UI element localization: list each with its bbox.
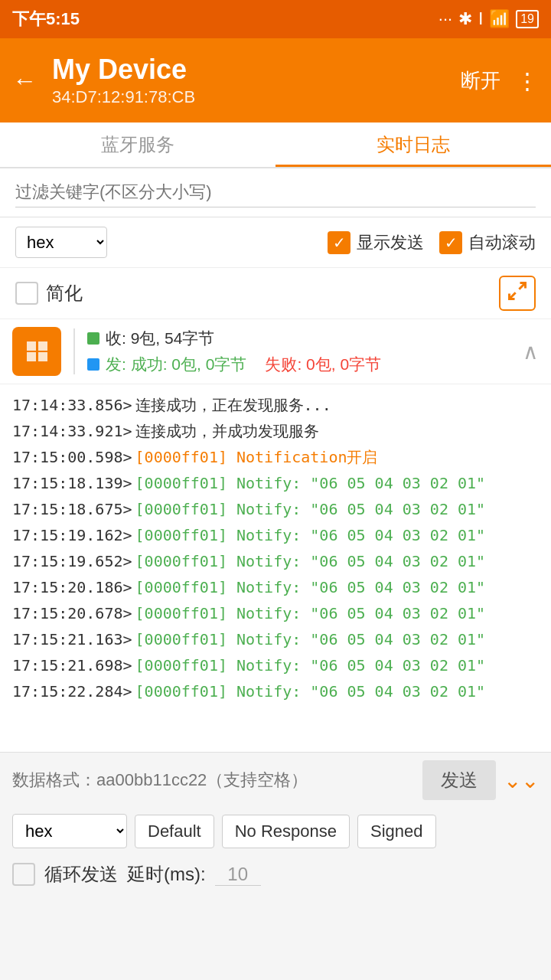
controls-row: hex utf-8 dec ✓ 显示发送 ✓ 自动滚动 xyxy=(0,217,551,268)
log-time: 17:15:18.675> xyxy=(12,496,132,522)
back-button[interactable]: ← xyxy=(12,67,37,95)
log-line: 17:15:20.678> [0000ff01] Notify: "06 05 … xyxy=(12,600,539,626)
log-text: [0000ff01] Notify: "06 05 04 03 02 01" xyxy=(135,548,486,574)
tab-bar: 蓝牙服务 实时日志 xyxy=(0,122,551,168)
stats-text: 收: 9包, 54字节 发: 成功: 0包, 0字节 失败: 0包, 0字节 xyxy=(87,328,514,375)
log-time: 17:15:21.698> xyxy=(12,652,132,678)
log-text: [0000ff01] Notify: "06 05 04 03 02 01" xyxy=(135,522,486,548)
log-text: [0000ff01] Notify: "06 05 04 03 02 01" xyxy=(135,496,486,522)
stats-divider xyxy=(73,328,75,374)
log-time: 17:14:33.856> xyxy=(12,392,132,418)
log-text: [0000ff01] Notify: "06 05 04 03 02 01" xyxy=(135,470,486,496)
auto-scroll-checkbox[interactable]: ✓ xyxy=(439,231,462,254)
filter-section xyxy=(0,168,551,217)
signal-dots-icon: ··· xyxy=(439,9,452,29)
log-text: [0000ff01] Notify: "06 05 04 03 02 01" xyxy=(135,574,486,600)
log-line: 17:15:19.162> [0000ff01] Notify: "06 05 … xyxy=(12,522,539,548)
wifi-icon: 📶 xyxy=(489,9,510,29)
battery-icon: 19 xyxy=(516,10,539,28)
show-send-checkbox[interactable]: ✓ xyxy=(328,231,350,254)
tab-realtime-log[interactable]: 实时日志 xyxy=(276,122,551,167)
device-name: My Device xyxy=(52,54,461,86)
no-response-button[interactable]: No Response xyxy=(222,815,350,848)
simplify-label: 简化 xyxy=(46,281,83,305)
log-line: 17:15:18.675> [0000ff01] Notify: "06 05 … xyxy=(12,496,539,522)
log-text: [0000ff01] Notify: "06 05 04 03 02 01" xyxy=(135,600,486,626)
collapse-button[interactable]: ∧ xyxy=(523,339,539,364)
bluetooth-icon: ✱ xyxy=(458,9,472,29)
log-time: 17:15:19.162> xyxy=(12,522,132,548)
log-text: [0000ff01] Notify: "06 05 04 03 02 01" xyxy=(135,652,486,678)
send-stats: 发: 成功: 0包, 0字节 失败: 0包, 0字节 xyxy=(87,354,514,375)
expand-button[interactable] xyxy=(499,276,536,311)
send-dot xyxy=(87,358,99,371)
delay-input[interactable] xyxy=(215,864,261,886)
repeat-row: 循环发送 延时(ms): xyxy=(0,854,551,894)
stats-icon-row1 xyxy=(27,341,47,351)
app-bar-actions: 断开 ⋮ xyxy=(461,67,539,94)
log-line: 17:14:33.856> 连接成功，正在发现服务... xyxy=(12,392,539,418)
log-text: [0000ff01] Notify: "06 05 04 03 02 01" xyxy=(135,626,486,652)
recv-dot xyxy=(87,332,99,345)
repeat-label: 循环发送 xyxy=(44,862,118,887)
log-line: 17:15:21.698> [0000ff01] Notify: "06 05 … xyxy=(12,652,539,678)
send-button[interactable]: 发送 xyxy=(422,760,496,800)
log-line: 17:14:33.921> 连接成功，并成功发现服务 xyxy=(12,418,539,444)
stats-icon-row2 xyxy=(27,352,47,361)
more-options-icon[interactable]: ⋮ xyxy=(516,67,539,94)
stats-icon xyxy=(12,327,61,376)
log-line: 17:15:18.139> [0000ff01] Notify: "06 05 … xyxy=(12,470,539,496)
log-time: 17:15:20.186> xyxy=(12,574,132,600)
delay-label: 延时(ms): xyxy=(127,862,206,887)
send-input[interactable] xyxy=(12,770,415,790)
cellular-icon: Ⅰ xyxy=(478,9,483,29)
repeat-checkbox[interactable] xyxy=(12,863,35,886)
log-text: 连接成功，正在发现服务... xyxy=(135,392,331,418)
default-button[interactable]: Default xyxy=(135,815,214,848)
format-select-top[interactable]: hex utf-8 dec xyxy=(15,227,107,258)
simplify-row: 简化 xyxy=(0,268,551,319)
send-row: 发送 ⌄⌄ xyxy=(12,760,539,800)
expand-send-icon[interactable]: ⌄⌄ xyxy=(504,768,539,793)
simplify-left: 简化 xyxy=(15,281,83,305)
app-bar: ← My Device 34:D7:12:91:78:CB 断开 ⋮ xyxy=(0,38,551,122)
tab-bluetooth-service[interactable]: 蓝牙服务 xyxy=(0,122,276,167)
log-line: 17:15:00.598> [0000ff01] Notification开启 xyxy=(12,444,539,470)
log-time: 17:15:22.284> xyxy=(12,678,132,704)
log-time: 17:15:20.678> xyxy=(12,600,132,626)
log-line: 17:15:20.186> [0000ff01] Notify: "06 05 … xyxy=(12,574,539,600)
simplify-checkbox[interactable] xyxy=(15,282,38,305)
stats-bar: 收: 9包, 54字节 发: 成功: 0包, 0字节 失败: 0包, 0字节 ∧ xyxy=(0,319,551,384)
auto-scroll-label[interactable]: ✓ 自动滚动 xyxy=(439,231,536,254)
log-time: 17:14:33.921> xyxy=(12,418,132,444)
log-area[interactable]: 17:14:33.856> 连接成功，正在发现服务...17:14:33.921… xyxy=(0,384,551,752)
send-area: 发送 ⌄⌄ xyxy=(0,752,551,808)
log-text: [0000ff01] Notify: "06 05 04 03 02 01" xyxy=(135,678,486,704)
bottom-options: hex utf-8 dec Default No Response Signed xyxy=(0,808,551,854)
status-bar: 下午5:15 ··· ✱ Ⅰ 📶 19 xyxy=(0,0,551,38)
log-time: 17:15:18.139> xyxy=(12,470,132,496)
recv-stats: 收: 9包, 54字节 xyxy=(87,328,514,349)
show-send-label[interactable]: ✓ 显示发送 xyxy=(328,231,424,254)
disconnect-button[interactable]: 断开 xyxy=(461,67,500,94)
log-time: 17:15:21.163> xyxy=(12,626,132,652)
signed-button[interactable]: Signed xyxy=(357,815,436,848)
log-time: 17:15:19.652> xyxy=(12,548,132,574)
filter-input[interactable] xyxy=(15,178,536,207)
status-icons: ··· ✱ Ⅰ 📶 19 xyxy=(439,9,539,29)
device-info: My Device 34:D7:12:91:78:CB xyxy=(52,54,461,107)
log-line: 17:15:22.284> [0000ff01] Notify: "06 05 … xyxy=(12,678,539,704)
log-line: 17:15:21.163> [0000ff01] Notify: "06 05 … xyxy=(12,626,539,652)
log-text: [0000ff01] Notification开启 xyxy=(135,444,378,470)
format-select-bottom[interactable]: hex utf-8 dec xyxy=(12,814,127,848)
log-time: 17:15:00.598> xyxy=(12,444,132,470)
log-line: 17:15:19.652> [0000ff01] Notify: "06 05 … xyxy=(12,548,539,574)
device-mac: 34:D7:12:91:78:CB xyxy=(52,87,461,107)
log-text: 连接成功，并成功发现服务 xyxy=(135,418,319,444)
status-time: 下午5:15 xyxy=(12,8,80,31)
